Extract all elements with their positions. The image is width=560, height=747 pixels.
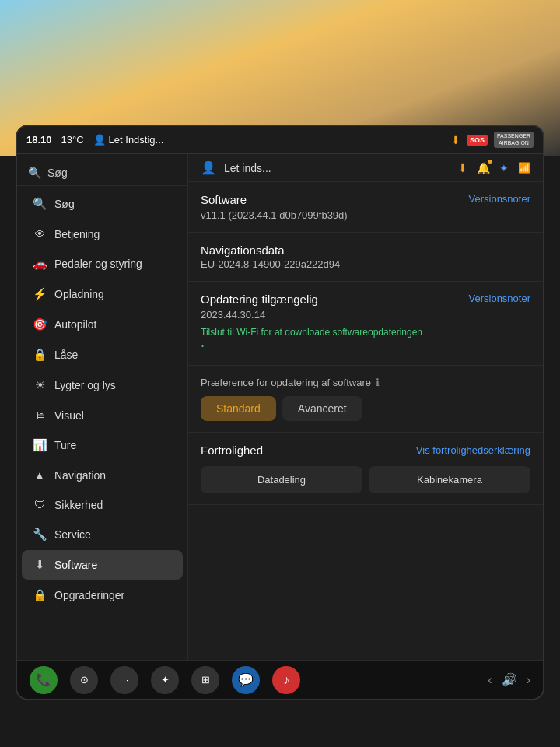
kabinekamera-button[interactable]: Kabinekamera [369,466,530,493]
privacy-section: Fortrolighed Vis fortrolighedserklæring … [188,433,543,505]
download-status-icon: ⬇ [451,134,460,146]
update-version-notes[interactable]: Versionsnoter [469,293,531,304]
sidebar-item-ture[interactable]: 📊Ture [22,430,183,460]
sidebar-label-soeg: Søg [54,198,75,210]
autopilot-icon: 🎯 [33,317,47,331]
laase-icon: 🔒 [33,348,47,362]
opgraderinger-icon: 🔒 [33,588,47,602]
content-username: Let inds... [224,162,271,174]
bluetooth-taskbar-icon[interactable]: ✦ [151,666,179,694]
taskbar: 📞 ⊙ ··· ✦ ⊞ 💬 ♪ ‹ 🔊 › [17,660,543,699]
software-title: Software [201,193,247,206]
bell-badge [488,160,492,164]
sidebar-item-lygter[interactable]: ☀Lygter og lys [22,370,183,400]
info-icon: ℹ [376,377,380,388]
status-time: 18.10 [26,134,52,146]
sidebar-label-opladning: Opladning [54,288,104,300]
sidebar-item-navigation[interactable]: ▲Navigation [22,461,183,489]
bluetooth-icon: ✦ [499,162,509,174]
sidebar-item-autopilot[interactable]: 🎯Autopilot [22,310,183,339]
sidebar-label-software: Software [54,559,97,571]
nav-data-value: EU-2024.8-14900-229a222d94 [201,258,530,270]
software-section: Software Versionsnoter v11.1 (2023.44.1 … [188,182,543,233]
content-panel: 👤 Let inds... ⬇ 🔔 ✦ 📶 Software Versionsn… [188,154,543,660]
lygter-icon: ☀ [33,378,47,392]
dots-icon[interactable]: ··· [110,666,138,694]
search-bar[interactable]: 🔍 Søg [17,160,187,186]
privacy-buttons: Datadeling Kabinekamera [201,466,530,493]
sidebar-label-pedaler: Pedaler og styring [54,258,142,270]
camera-icon[interactable]: ⊙ [70,666,98,694]
phone-icon[interactable]: 📞 [30,666,58,694]
status-right-icons: ⬇ SOS PASSENGERAIRBAG ON [451,132,534,148]
pref-standard-button[interactable]: Standard [201,396,276,421]
update-section: Opdatering tilgængelig Versionsnoter 202… [188,282,543,366]
ture-icon: 📊 [33,438,47,452]
apps-icon[interactable]: ⊞ [191,666,219,694]
sidebar-item-laase[interactable]: 🔒Låse [22,340,183,370]
chat-icon[interactable]: 💬 [232,666,260,694]
search-label: Søg [47,167,68,179]
content-header-right: ⬇ 🔔 ✦ 📶 [458,162,530,174]
sikkerhed-icon: 🛡 [33,498,47,511]
navigation-icon: ▲ [33,468,47,482]
sidebar-label-betjening: Betjening [54,228,100,240]
sidebar: 🔍 Søg 🔍Søg👁Betjening🚗Pedaler og styring⚡… [17,154,188,660]
sidebar-item-betjening[interactable]: 👁Betjening [22,219,183,248]
sidebar-item-opgraderinger[interactable]: 🔒Opgraderinger [22,580,183,610]
sos-badge: SOS [467,135,488,146]
nav-data-section: Navigationsdata EU-2024.8-14900-229a222d… [188,233,543,282]
right-arrow[interactable]: › [527,673,530,687]
sidebar-item-soeg[interactable]: 🔍Søg [22,189,183,219]
music-icon[interactable]: ♪ [272,666,300,694]
left-arrow[interactable]: ‹ [488,673,492,687]
wifi-notice: Tilslut til Wi-Fi for at downloade softw… [201,327,530,338]
service-icon: 🔧 [33,528,47,542]
status-temp: 13°C [61,134,84,146]
software-icon: ⬇ [33,558,47,572]
sidebar-label-laase: Låse [54,349,78,361]
sidebar-item-visuel[interactable]: 🖥Visuel [22,401,183,430]
taskbar-right: ‹ 🔊 › [488,672,530,687]
betjening-icon: 👁 [33,227,47,240]
nav-data-title: Navigationsdata [201,244,530,257]
sidebar-item-service[interactable]: 🔧Service [22,520,183,549]
preference-title: Præference for opdatering af software ℹ [201,377,530,388]
sidebar-label-sikkerhed: Sikkerhed [54,499,103,511]
update-dot: · [201,338,530,354]
sidebar-label-navigation: Navigation [54,469,106,482]
software-version-notes[interactable]: Versionsnoter [469,193,531,205]
screen-container: 18.10 13°C 👤 Let Indstig... ⬇ SOS PASSEN… [16,124,544,700]
sidebar-item-software[interactable]: ⬇Software [22,550,183,580]
sidebar-label-opgraderinger: Opgraderinger [54,589,124,601]
update-version: 2023.44.30.14 [201,309,530,321]
sidebar-item-sikkerhed[interactable]: 🛡Sikkerhed [22,490,183,519]
sidebar-label-autopilot: Autopilot [54,318,96,331]
pedaler-icon: 🚗 [33,257,47,271]
pref-avanceret-button[interactable]: Avanceret [282,396,362,421]
privacy-link[interactable]: Vis fortrolighedserklæring [416,444,530,456]
software-version: v11.1 (2023.44.1 d0b7099fb39d) [201,209,530,221]
preference-section: Præference for opdatering af software ℹ … [188,366,543,433]
privacy-title-row: Fortrolighed Vis fortrolighedserklæring [201,444,530,457]
sidebar-item-opladning[interactable]: ⚡Opladning [22,279,183,309]
bell-icon: 🔔 [477,162,490,174]
main-area: 🔍 Søg 🔍Søg👁Betjening🚗Pedaler og styring⚡… [17,154,543,660]
sidebar-label-visuel: Visuel [54,409,84,422]
content-user-icon: 👤 [201,160,216,175]
airbag-badge: PASSENGERAIRBAG ON [494,132,534,148]
volume-icon[interactable]: 🔊 [502,672,517,687]
search-icon: 🔍 [28,167,41,179]
sidebar-label-lygter: Lygter og lys [54,379,116,391]
content-header: 👤 Let inds... ⬇ 🔔 ✦ 📶 [188,154,543,182]
sidebar-items-container: 🔍Søg👁Betjening🚗Pedaler og styring⚡Opladn… [17,189,187,610]
preference-buttons: Standard Avanceret [201,396,530,421]
visuel-icon: 🖥 [33,409,47,422]
update-title-row: Opdatering tilgængelig Versionsnoter [201,293,530,306]
signal-icon: 📶 [518,162,530,174]
software-title-row: Software Versionsnoter [201,193,530,206]
privacy-title: Fortrolighed [201,444,263,457]
opladning-icon: ⚡ [33,287,47,301]
sidebar-item-pedaler[interactable]: 🚗Pedaler og styring [22,249,183,279]
datadeling-button[interactable]: Datadeling [201,466,362,493]
